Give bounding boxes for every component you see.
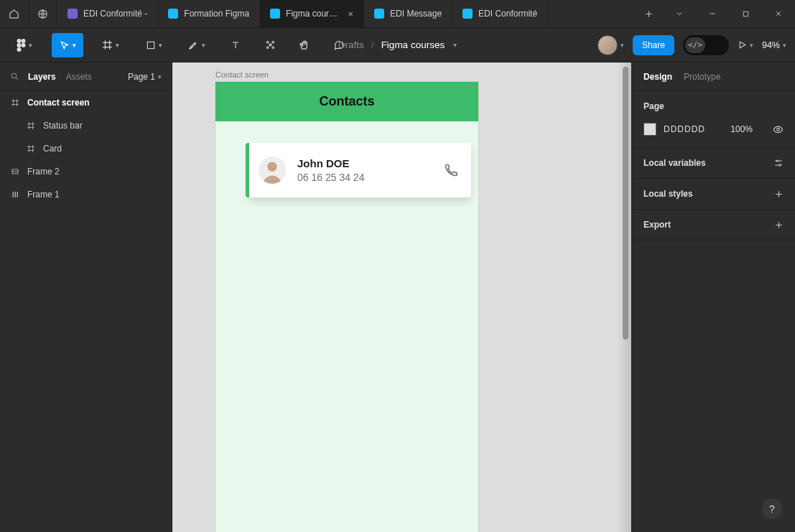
svg-rect-12 xyxy=(269,44,271,46)
tab-favicon xyxy=(68,9,78,19)
tab-assets[interactable]: Assets xyxy=(66,72,92,82)
page-fill-hex[interactable]: DDDDDD xyxy=(664,124,705,134)
section-page-title: Page xyxy=(643,101,664,111)
dev-mode-toggle[interactable]: </> xyxy=(683,35,729,55)
page-fill-swatch[interactable] xyxy=(643,123,656,136)
phone-icon[interactable] xyxy=(444,163,458,177)
contact-name: John DOE xyxy=(297,157,444,169)
minimize-button[interactable] xyxy=(696,0,729,27)
new-tab-button[interactable] xyxy=(634,0,663,27)
layer-row[interactable]: Contact screen xyxy=(0,91,172,114)
browser-tab[interactable]: EDI Message xyxy=(364,0,452,27)
close-window-button[interactable] xyxy=(762,0,795,27)
frame-icon xyxy=(26,144,36,154)
close-icon[interactable]: × xyxy=(348,9,353,19)
plus-icon[interactable] xyxy=(774,190,784,199)
svg-point-8 xyxy=(266,42,269,44)
svg-rect-7 xyxy=(147,42,154,48)
layer-name: Frame 1 xyxy=(27,190,60,200)
chevron-down-icon[interactable]: ▾ xyxy=(453,41,457,49)
browser-tab[interactable]: EDI Conformité xyxy=(452,0,548,27)
layer-row[interactable]: Frame 2 xyxy=(0,160,172,183)
tab-prototype[interactable]: Prototype xyxy=(684,72,720,82)
frame-tool-button[interactable]: ▾ xyxy=(95,33,126,57)
svg-point-11 xyxy=(272,47,274,49)
code-icon: </> xyxy=(685,37,705,53)
tab-label: Figma courses xyxy=(286,9,339,19)
browser-tab[interactable]: Formation Figma xyxy=(158,0,260,27)
zoom-control[interactable]: 94% ▾ xyxy=(762,40,786,50)
frame-icon xyxy=(10,98,20,108)
contact-card[interactable]: John DOE 06 16 25 34 24 xyxy=(248,143,471,197)
svg-rect-1 xyxy=(743,11,748,16)
plus-icon[interactable] xyxy=(774,220,784,230)
tab-label: EDI Conformité - xyxy=(83,9,147,19)
tab-label: EDI Conformité xyxy=(478,9,537,19)
share-button[interactable]: Share xyxy=(633,35,674,55)
settings-icon[interactable] xyxy=(773,158,784,168)
chevron-down-icon[interactable] xyxy=(663,0,696,27)
user-menu[interactable]: ▾ xyxy=(598,35,624,55)
page-fill-opacity[interactable]: 100% xyxy=(730,124,753,134)
svg-point-10 xyxy=(266,47,269,49)
tab-favicon xyxy=(168,9,178,19)
tab-layers[interactable]: Layers xyxy=(28,72,56,82)
section-export[interactable]: Export xyxy=(632,210,795,241)
svg-rect-16 xyxy=(15,192,17,197)
browser-tab[interactable]: EDI Conformité - xyxy=(57,0,158,27)
breadcrumb-separator: / xyxy=(371,39,374,50)
tab-design[interactable]: Design xyxy=(643,72,672,82)
text-tool-button[interactable] xyxy=(224,33,247,57)
canvas-scrollbar[interactable] xyxy=(623,67,628,340)
svg-point-21 xyxy=(776,160,778,162)
home-icon[interactable] xyxy=(0,0,29,27)
tab-label: EDI Message xyxy=(390,9,442,19)
visibility-toggle-icon[interactable] xyxy=(773,124,784,135)
svg-point-3 xyxy=(22,39,26,43)
move-tool-button[interactable]: ▾ xyxy=(52,33,83,57)
right-panel: Design Prototype Page DDDDDD 100% Local … xyxy=(631,62,795,532)
maximize-button[interactable] xyxy=(729,0,762,27)
svg-point-4 xyxy=(17,43,22,47)
page-title[interactable]: Figma courses xyxy=(381,39,445,50)
app-header: Contacts xyxy=(215,82,478,121)
browser-tab[interactable]: Figma courses× xyxy=(260,0,364,27)
recents-icon[interactable] xyxy=(29,0,57,27)
pen-tool-button[interactable]: ▾ xyxy=(181,33,213,57)
svg-point-2 xyxy=(17,39,22,43)
svg-point-20 xyxy=(777,128,780,131)
page-selector[interactable]: Page 1 ▾ xyxy=(128,72,162,82)
help-button[interactable]: ? xyxy=(762,499,782,519)
svg-point-9 xyxy=(272,42,274,44)
figma-menu-button[interactable]: ▾ xyxy=(9,33,40,57)
main-area: Layers Assets Page 1 ▾ Contact screenSta… xyxy=(0,62,795,532)
frame-contact-screen[interactable]: Contacts John DOE 06 16 25 34 24 xyxy=(215,82,478,532)
layer-row[interactable]: Card xyxy=(0,137,172,160)
canvas[interactable]: Contact screen Contacts John DOE 06 16 2… xyxy=(172,62,631,532)
svg-point-5 xyxy=(22,43,26,47)
section-local-variables[interactable]: Local variables xyxy=(632,148,795,179)
frame-label[interactable]: Contact screen xyxy=(215,70,269,79)
present-button[interactable]: ▾ xyxy=(738,40,753,50)
card-accent xyxy=(246,143,249,197)
avatar xyxy=(598,35,618,55)
shape-tool-button[interactable]: ▾ xyxy=(138,33,169,57)
tab-label: Formation Figma xyxy=(184,9,249,19)
section-export-title: Export xyxy=(643,220,671,230)
hand-tool-button[interactable] xyxy=(293,33,316,57)
layer-row[interactable]: Frame 1 xyxy=(0,183,172,206)
toolbar: ▾ ▾ ▾ ▾ ▾ Drafts / xyxy=(0,28,795,62)
window-controls xyxy=(663,0,795,27)
section-local-styles[interactable]: Local styles xyxy=(632,179,795,210)
resources-button[interactable] xyxy=(259,33,282,57)
breadcrumb: Drafts / Figma courses ▾ xyxy=(338,39,457,50)
layer-name: Card xyxy=(43,144,62,154)
hstack-icon xyxy=(10,167,20,177)
contact-phone: 06 16 25 34 24 xyxy=(297,172,444,183)
svg-point-19 xyxy=(267,162,276,172)
breadcrumb-parent[interactable]: Drafts xyxy=(338,39,364,50)
layer-row[interactable]: Status bar xyxy=(0,114,172,137)
svg-point-22 xyxy=(779,164,781,166)
section-local-variables-title: Local variables xyxy=(643,158,706,168)
search-icon[interactable] xyxy=(10,72,19,81)
